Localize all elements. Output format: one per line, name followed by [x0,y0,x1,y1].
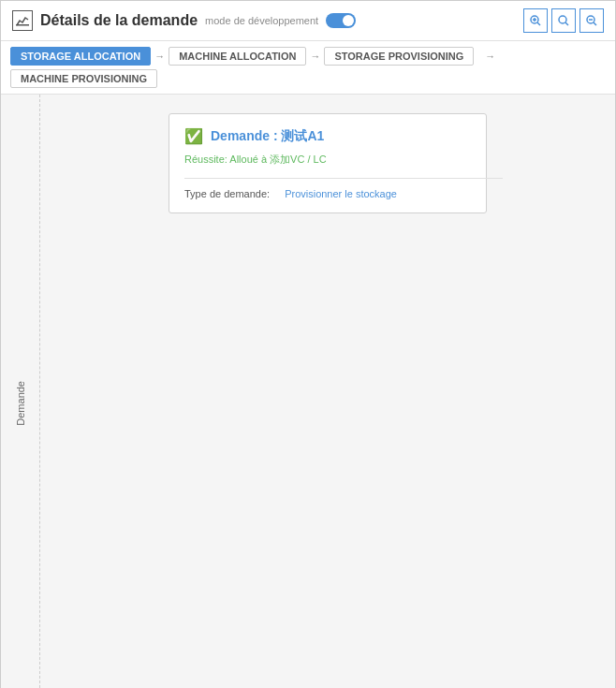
demande-type-value: Provisionner le stockage [285,188,397,199]
svg-point-5 [559,16,566,23]
main-window: Détails de la demande mode de développem… [0,0,616,688]
header: Détails de la demande mode de développem… [1,1,615,41]
nav-bar: STORAGE ALLOCATION → MACHINE ALLOCATION … [1,41,615,95]
header-actions [523,8,604,33]
section-label-demande: Demande [1,95,40,688]
nav-arrow-3: → [481,51,495,62]
nav-item-machine-provisioning: MACHINE PROVISIONING [10,69,157,88]
zoom-in-button[interactable] [523,8,548,33]
nav-chip-machine-allocation[interactable]: MACHINE ALLOCATION [169,47,306,66]
dev-mode-label: mode de développement [205,15,318,26]
zoom-out-button[interactable] [579,8,604,33]
demande-type-label: Type de demande: [184,188,270,199]
nav-arrow-1: → [154,51,165,62]
dev-mode-toggle[interactable] [326,13,356,28]
svg-line-8 [594,22,596,25]
demande-type-row: Type de demande: Provisionner le stockag… [184,188,471,199]
nav-chip-storage-provisioning[interactable]: STORAGE PROVISIONING [324,47,474,66]
nav-item-machine-allocation: MACHINE ALLOCATION [169,47,306,66]
main-content: Demande ✅ Demande : 测试A1 Réussite: Allou… [1,95,615,688]
chart-icon [12,10,33,31]
demande-card-title: Demande : 测试A1 [211,128,324,145]
demande-card: ✅ Demande : 测试A1 Réussite: Alloué à 添加VC… [169,113,487,213]
page-title: Détails de la demande [40,12,198,29]
zoom-reset-button[interactable] [551,8,576,33]
nav-arrow-2: → [310,51,320,62]
divider [184,178,503,179]
demande-card-header: ✅ Demande : 测试A1 [184,127,471,145]
nav-chip-machine-provisioning[interactable]: MACHINE PROVISIONING [10,69,157,88]
demande-content: ✅ Demande : 测试A1 Réussite: Alloué à 添加VC… [40,95,615,688]
demande-success-icon: ✅ [184,127,203,145]
nav-item-storage-provisioning: STORAGE PROVISIONING [324,47,474,66]
svg-rect-0 [16,24,29,26]
svg-line-6 [565,22,568,25]
demande-success-text: Réussite: Alloué à 添加VC / LC [184,153,471,167]
nav-chip-storage-allocation[interactable]: STORAGE ALLOCATION [10,47,151,66]
nav-item-storage-allocation: STORAGE ALLOCATION [10,47,151,66]
svg-line-2 [537,22,540,25]
